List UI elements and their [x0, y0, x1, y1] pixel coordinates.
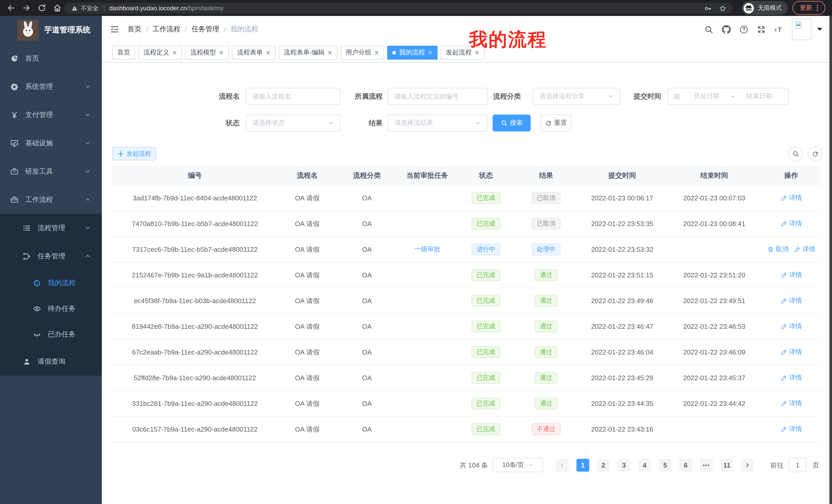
close-icon[interactable] — [172, 50, 177, 55]
more-pages-button[interactable]: ••• — [700, 458, 713, 471]
user-icon — [23, 357, 31, 366]
search-button[interactable]: 搜索 — [493, 115, 531, 132]
breadcrumb-item[interactable]: 工作流程 — [153, 25, 181, 34]
sidebar-item-系统管理[interactable]: 系统管理 — [0, 73, 102, 101]
close-icon[interactable] — [428, 50, 433, 55]
tab-流程表单-编辑[interactable]: 流程表单-编辑 — [279, 46, 337, 59]
prev-page-button[interactable] — [556, 458, 569, 471]
column-header-编号: 编号 — [112, 171, 278, 180]
page-size-select[interactable]: 10条/页 — [493, 458, 543, 472]
sidebar-item-已办任务[interactable]: 已办任务 — [0, 321, 102, 347]
status-badge: 已完成 — [471, 218, 500, 230]
submit-time-range-picker[interactable]: 开始日期 - 结束日期 — [668, 88, 789, 105]
next-page-button[interactable] — [741, 458, 754, 471]
page-button-1[interactable]: 1 — [576, 458, 589, 471]
tab-首页[interactable]: 首页 — [112, 46, 135, 59]
current-task-link[interactable]: 一级审批 — [414, 245, 440, 254]
close-icon[interactable] — [219, 50, 224, 55]
action-详情[interactable]: 详情 — [780, 297, 802, 305]
refresh-table-button[interactable] — [808, 146, 822, 161]
tab-用户分组[interactable]: 用户分组 — [340, 46, 384, 59]
status-select[interactable]: 请选择状态 — [246, 115, 340, 132]
action-详情[interactable]: 详情 — [780, 425, 802, 433]
help-icon[interactable] — [739, 25, 748, 34]
sidebar-item-流程管理[interactable]: 流程管理 — [0, 214, 102, 242]
action-详情[interactable]: 详情 — [780, 348, 802, 357]
column-header-结果: 结果 — [514, 171, 578, 180]
create-process-button[interactable]: 发起流程 — [112, 147, 156, 160]
sidebar-item-研发工具[interactable]: 研发工具 — [0, 157, 102, 186]
caret-down-icon[interactable] — [817, 28, 822, 31]
sidebar-item-任务管理[interactable]: 任务管理 — [0, 242, 102, 270]
text-size-icon[interactable]: TT — [774, 25, 783, 34]
search-icon[interactable] — [704, 25, 713, 34]
sidebar-item-请假查询[interactable]: 请假查询 — [0, 347, 102, 375]
close-icon[interactable] — [266, 50, 270, 55]
warning-icon[interactable] — [72, 5, 78, 11]
cell-id: 819442e8-7b9a-11ec-a290-acde48001122 — [112, 323, 278, 330]
sidebar-item-我的流程[interactable]: 我的流程 — [0, 270, 102, 296]
date-range-separator: - — [731, 93, 735, 100]
page-button-4[interactable]: 4 — [638, 458, 651, 471]
back-icon[interactable] — [7, 4, 16, 12]
page-button-3[interactable]: 3 — [618, 458, 630, 471]
github-icon[interactable] — [722, 25, 731, 34]
table-row: 3ad174fb-7b9d-11ec-8404-acde48001122OA 请… — [112, 186, 820, 211]
update-button[interactable]: 更新 — [792, 1, 825, 15]
tab-我的流程[interactable]: 我的流程 — [387, 46, 438, 59]
browser-menu-icon[interactable] — [816, 5, 818, 11]
start-date-placeholder[interactable]: 开始日期 — [682, 92, 731, 101]
fullscreen-icon[interactable] — [757, 25, 766, 34]
page-button-2[interactable]: 2 — [597, 458, 610, 471]
page-button-11[interactable]: 11 — [721, 458, 733, 471]
breadcrumb-item[interactable]: 首页 — [128, 25, 141, 34]
close-icon[interactable] — [328, 50, 332, 55]
action-详情[interactable]: 详情 — [780, 322, 802, 331]
page-button-5[interactable]: 5 — [659, 458, 672, 471]
sidebar-item-基础设施[interactable]: 基础设施 — [0, 129, 102, 157]
sidebar-item-待办任务[interactable]: 待办任务 — [0, 296, 102, 321]
page-button-6[interactable]: 6 — [679, 458, 692, 471]
key-icon[interactable] — [704, 4, 712, 12]
action-详情[interactable]: 详情 — [794, 245, 815, 254]
address-bar[interactable]: 不安全 dashboard.yudao.iocoder.cn/bpm/task/… — [64, 3, 733, 14]
action-取消[interactable]: 取消 — [767, 245, 788, 254]
page-url[interactable]: dashboard.yudao.iocoder.cn/bpm/task/my — [109, 5, 224, 12]
tab-流程表单[interactable]: 流程表单 — [232, 46, 276, 59]
forward-icon[interactable] — [22, 4, 31, 12]
action-详情[interactable]: 详情 — [780, 373, 802, 382]
browser-scrollbar[interactable] — [829, 16, 832, 504]
result-select[interactable]: 请选择流结果 — [388, 115, 488, 132]
end-date-placeholder[interactable]: 结束日期 — [735, 92, 783, 101]
tab-发起流程[interactable]: 发起流程 — [441, 46, 485, 59]
sidebar-item-首页[interactable]: 首页 — [0, 44, 102, 73]
home-icon[interactable] — [53, 4, 62, 12]
sidebar-item-支付管理[interactable]: 支付管理 — [0, 101, 102, 129]
avatar[interactable] — [792, 19, 811, 40]
reload-icon[interactable] — [37, 4, 46, 12]
security-label[interactable]: 不安全 — [81, 4, 99, 12]
action-详情[interactable]: 详情 — [780, 399, 802, 408]
process-name-input[interactable] — [246, 88, 340, 105]
bookmark-star-icon[interactable] — [719, 4, 727, 12]
tab-流程定义[interactable]: 流程定义 — [138, 46, 182, 59]
status-badge: 不通过 — [532, 423, 561, 435]
goto-page-input[interactable] — [789, 458, 806, 472]
process-definition-input[interactable] — [388, 88, 488, 105]
action-label: 详情 — [789, 271, 802, 279]
category-select[interactable]: 请选择流程分类 — [533, 88, 620, 105]
logo-row[interactable]: 芋道管理系统 — [0, 16, 102, 44]
sidebar-item-工作流程[interactable]: 工作流程 — [0, 186, 102, 214]
cell-submit-time: 2022-01-22 23:46:04 — [578, 348, 667, 356]
action-详情[interactable]: 详情 — [780, 271, 802, 279]
action-详情[interactable]: 详情 — [780, 194, 802, 202]
tab-流程模型[interactable]: 流程模型 — [185, 46, 229, 59]
hamburger-icon[interactable] — [110, 25, 119, 34]
close-icon[interactable] — [374, 50, 379, 55]
close-icon[interactable] — [475, 50, 479, 55]
toggle-search-button[interactable] — [788, 146, 803, 161]
action-详情[interactable]: 详情 — [780, 219, 802, 228]
breadcrumb-item[interactable]: 任务管理 — [191, 25, 219, 34]
reset-button[interactable]: 重置 — [541, 115, 571, 132]
status-badge: 已取消 — [532, 192, 561, 204]
